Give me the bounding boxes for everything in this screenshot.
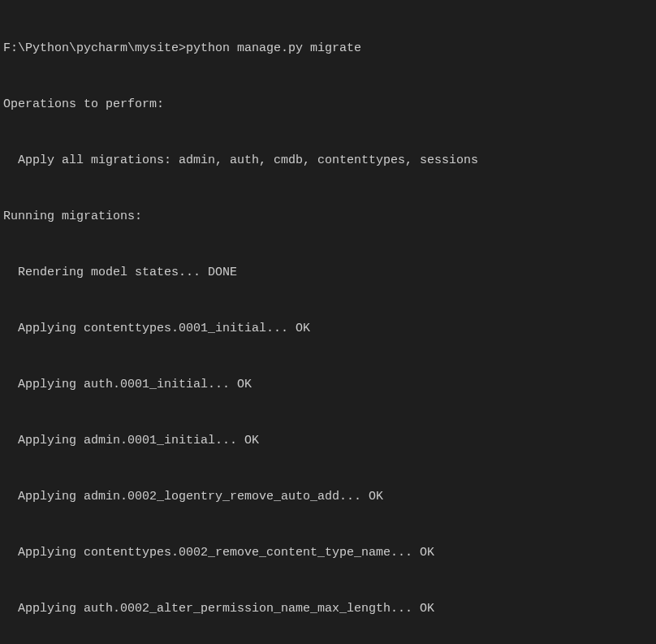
apply-all-migrations: Apply all migrations: admin, auth, cmdb,… xyxy=(3,147,653,175)
prompt-path: F:\Python\pycharm\mysite> xyxy=(3,41,186,55)
operations-header: Operations to perform: xyxy=(3,91,653,119)
command-text: python manage.py migrate xyxy=(186,41,361,55)
terminal-output[interactable]: F:\Python\pycharm\mysite>python manage.p… xyxy=(3,6,653,644)
command-prompt-line: F:\Python\pycharm\mysite>python manage.p… xyxy=(3,35,653,63)
rendering-states: Rendering model states... DONE xyxy=(3,259,653,287)
migration-line: Applying contenttypes.0002_remove_conten… xyxy=(3,539,653,568)
migration-line: Applying admin.0001_initial... OK xyxy=(3,427,653,456)
migration-line: Applying auth.0002_alter_permission_name… xyxy=(3,595,653,624)
migration-line: Applying admin.0002_logentry_remove_auto… xyxy=(3,483,653,512)
running-migrations-header: Running migrations: xyxy=(3,203,653,231)
migration-line: Applying contenttypes.0001_initial... OK xyxy=(3,315,653,344)
migration-line: Applying auth.0001_initial... OK xyxy=(3,371,653,400)
